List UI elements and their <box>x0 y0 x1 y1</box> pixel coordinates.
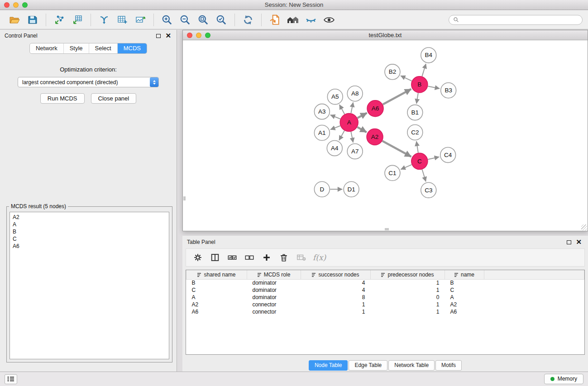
table-cell[interactable]: A6 <box>445 308 484 315</box>
table-row[interactable]: A6connector11A6 <box>186 308 584 315</box>
close-panel-button[interactable]: Close panel <box>91 93 137 104</box>
table-cell[interactable]: 1 <box>301 308 371 315</box>
close-panel-icon[interactable]: ✕ <box>165 33 171 38</box>
close-window-icon[interactable] <box>187 33 192 38</box>
refresh-button[interactable] <box>239 12 257 28</box>
table-cell[interactable]: A <box>186 294 247 301</box>
table-cell[interactable]: dominator <box>247 279 301 286</box>
table-cell[interactable]: 1 <box>371 279 445 286</box>
network-edge[interactable] <box>401 165 411 169</box>
network-node[interactable]: C1 <box>385 165 400 181</box>
table-cell[interactable]: 4 <box>301 279 371 286</box>
table-cell[interactable]: A2 <box>186 301 247 308</box>
hide-graphics-button[interactable] <box>302 12 320 28</box>
zoom-window-icon[interactable] <box>205 33 210 38</box>
zoom-window-icon[interactable] <box>22 2 28 8</box>
task-history-button[interactable] <box>5 374 17 384</box>
network-edge[interactable] <box>416 93 418 104</box>
float-panel-icon[interactable] <box>156 34 161 38</box>
table-cell[interactable]: 8 <box>301 294 371 301</box>
network-edge[interactable] <box>330 115 340 119</box>
tab-select[interactable]: Select <box>89 43 118 53</box>
save-session-button[interactable] <box>24 12 42 28</box>
export-image-button[interactable] <box>131 12 149 28</box>
show-columns-button[interactable] <box>207 250 223 265</box>
network-edge[interactable] <box>357 127 366 132</box>
table-cell[interactable]: connector <box>247 308 301 315</box>
network-window-titlebar[interactable]: testGlobe.txt <box>183 30 588 40</box>
table-cell[interactable]: C <box>186 286 247 294</box>
table-cell[interactable]: 1 <box>371 308 445 315</box>
network-canvas[interactable]: B4B2BB3A5A8A6B1A3AC2A1A2A4A7C4CC1C3DD1 <box>183 40 588 231</box>
network-node[interactable]: B4 <box>421 48 436 63</box>
network-node[interactable]: B3 <box>441 83 456 98</box>
table-settings-button[interactable] <box>190 250 206 265</box>
result-item[interactable]: C <box>13 235 166 243</box>
open-session-button[interactable] <box>5 12 24 28</box>
network-node[interactable]: A3 <box>314 104 330 119</box>
network-node[interactable]: B1 <box>407 105 423 120</box>
table-cell[interactable]: dominator <box>247 286 301 294</box>
network-node[interactable]: A7 <box>347 143 363 159</box>
network-node[interactable]: C2 <box>407 125 423 140</box>
network-node[interactable]: C4 <box>440 147 456 162</box>
network-edge[interactable] <box>339 105 344 114</box>
network-node[interactable]: C3 <box>421 182 436 198</box>
network-edge[interactable] <box>422 169 426 181</box>
result-item[interactable]: B <box>13 228 166 235</box>
tab-edge-table[interactable]: Edge Table <box>349 360 387 371</box>
table-cell[interactable]: C <box>445 286 484 294</box>
node-table[interactable]: shared nameMCDS rolesuccessor nodesprede… <box>186 270 584 315</box>
show-graphics-button[interactable] <box>320 12 338 28</box>
tab-network[interactable]: Network <box>30 43 64 53</box>
table-cell[interactable]: A6 <box>186 308 247 315</box>
zoom-out-button[interactable] <box>176 12 194 28</box>
minimize-window-icon[interactable] <box>196 33 201 38</box>
table-cell[interactable]: A <box>445 294 484 301</box>
network-edge[interactable] <box>428 157 439 160</box>
network-node[interactable]: A2 <box>367 129 383 145</box>
zoom-selected-button[interactable] <box>212 12 230 28</box>
column-header[interactable]: MCDS role <box>247 270 301 279</box>
result-item[interactable]: A6 <box>13 243 166 250</box>
network-node[interactable]: C <box>411 153 428 169</box>
deselect-all-button[interactable] <box>241 250 258 265</box>
tab-node-table[interactable]: Node Table <box>309 360 348 371</box>
network-edge[interactable] <box>416 141 418 152</box>
network-edge[interactable] <box>351 102 353 113</box>
network-node[interactable]: A1 <box>314 125 330 141</box>
import-document-button[interactable] <box>266 12 284 28</box>
import-network-button[interactable] <box>50 12 68 28</box>
zoom-in-button[interactable] <box>158 12 176 28</box>
network-node[interactable]: A6 <box>367 100 383 117</box>
function-builder-button[interactable]: f(x) <box>310 253 326 262</box>
search-input[interactable] <box>461 16 578 24</box>
network-node[interactable]: A5 <box>327 89 343 105</box>
table-row[interactable]: Bdominator41B <box>186 279 584 286</box>
table-cell[interactable]: B <box>445 279 484 286</box>
column-header[interactable]: shared name <box>186 270 247 279</box>
tab-style[interactable]: Style <box>64 43 89 53</box>
column-header[interactable]: successor nodes <box>301 270 371 279</box>
network-graph[interactable]: B4B2BB3A5A8A6B1A3AC2A1A2A4A7C4CC1C3DD1 <box>183 40 588 231</box>
network-edge[interactable] <box>339 131 344 140</box>
column-header[interactable]: name <box>445 270 484 279</box>
delete-table-button[interactable] <box>293 250 309 265</box>
network-node[interactable]: A <box>340 114 358 132</box>
network-edge[interactable] <box>382 141 411 157</box>
zoom-fit-button[interactable] <box>194 12 212 28</box>
table-cell[interactable]: 0 <box>371 294 445 301</box>
close-panel-icon[interactable]: ✕ <box>576 240 582 244</box>
network-edge[interactable] <box>358 113 367 118</box>
memory-button[interactable]: Memory <box>544 374 583 384</box>
table-row[interactable]: Cdominator41C <box>186 286 584 294</box>
add-column-button[interactable] <box>258 250 275 265</box>
network-node[interactable]: A8 <box>347 86 363 101</box>
tab-network-table[interactable]: Network Table <box>388 360 435 371</box>
close-window-icon[interactable] <box>4 2 10 8</box>
network-edge[interactable] <box>330 126 340 129</box>
network-table-button[interactable] <box>113 12 131 28</box>
delete-column-button[interactable] <box>276 250 292 265</box>
table-cell[interactable]: A2 <box>445 301 484 308</box>
import-table-button[interactable] <box>68 12 86 28</box>
